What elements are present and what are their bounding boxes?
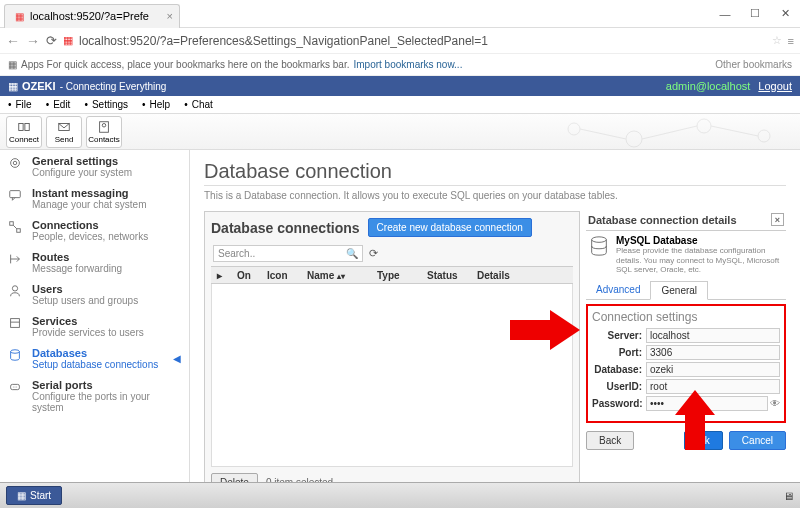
users-icon — [8, 284, 22, 298]
sidebar-item-general[interactable]: General settingsConfigure your system — [0, 152, 189, 184]
database-icon — [8, 348, 22, 362]
svg-point-8 — [758, 130, 770, 142]
start-button[interactable]: ▦ Start — [6, 486, 62, 505]
svg-line-9 — [580, 129, 626, 139]
server-label: Server: — [592, 330, 646, 341]
table-header: ▸ On Icon Name ▴▾ Type Status Details — [211, 266, 573, 284]
import-bookmarks-link[interactable]: Import bookmarks now... — [354, 59, 463, 70]
reload-icon[interactable]: ⟳ — [46, 33, 57, 48]
serial-icon — [8, 380, 22, 394]
userid-label: UserID: — [592, 381, 646, 392]
site-icon: ▦ — [63, 34, 73, 47]
svg-point-21 — [11, 350, 20, 354]
eye-icon[interactable]: 👁 — [770, 398, 780, 409]
create-connection-button[interactable]: Create new database connection — [368, 218, 532, 237]
back-button[interactable]: Back — [586, 431, 634, 450]
brand-icon: ▦ — [8, 80, 18, 93]
menu-file[interactable]: •File — [4, 99, 40, 110]
send-button[interactable]: Send — [46, 116, 82, 148]
refresh-icon[interactable]: ⟳ — [369, 247, 378, 260]
current-user[interactable]: admin@localhost — [666, 80, 751, 92]
other-bookmarks[interactable]: Other bookmarks — [715, 59, 792, 70]
svg-line-11 — [711, 126, 758, 136]
back-icon[interactable]: ← — [6, 33, 20, 49]
svg-point-6 — [626, 131, 642, 147]
close-tab-icon[interactable]: × — [167, 10, 173, 22]
search-input[interactable]: Search.. 🔍 — [213, 245, 363, 262]
menu-edit[interactable]: •Edit — [42, 99, 79, 110]
gear-icon — [8, 156, 22, 170]
connect-button[interactable]: Connect — [6, 116, 42, 148]
details-panel: Database connection details × MySQL Data… — [586, 211, 786, 499]
svg-rect-19 — [11, 319, 20, 328]
database-input[interactable]: ozeki — [646, 362, 780, 377]
url-field[interactable]: localhost:9520/?a=Preferences&Settings_N… — [79, 34, 766, 48]
menu-chat[interactable]: •Chat — [180, 99, 221, 110]
start-icon: ▦ — [17, 490, 26, 501]
search-icon: 🔍 — [346, 248, 358, 259]
svg-point-23 — [13, 387, 14, 388]
maximize-button[interactable]: ☐ — [740, 4, 770, 24]
tab-advanced[interactable]: Advanced — [586, 281, 650, 299]
panel-title: Database connections — [211, 220, 360, 236]
sidebar-item-serial[interactable]: Serial portsConfigure the ports in your … — [0, 376, 189, 419]
menu-bar: •File •Edit •Settings •Help •Chat — [0, 96, 800, 114]
contacts-icon — [97, 120, 111, 134]
forward-icon[interactable]: → — [26, 33, 40, 49]
port-input[interactable]: 3306 — [646, 345, 780, 360]
database-label: Database: — [592, 364, 646, 375]
annotation-arrow — [675, 390, 715, 450]
menu-settings[interactable]: •Settings — [80, 99, 136, 110]
svg-line-10 — [642, 126, 697, 139]
svg-point-13 — [13, 161, 17, 165]
sidebar-item-connections[interactable]: ConnectionsPeople, devices, networks — [0, 216, 189, 248]
connections-panel: Database connections Create new database… — [204, 211, 580, 499]
svg-point-25 — [16, 387, 17, 388]
sidebar-item-databases[interactable]: DatabasesSetup database connections ◀ — [0, 344, 189, 376]
svg-rect-16 — [17, 229, 21, 233]
chevron-left-icon: ◀ — [173, 353, 181, 364]
bookmark-star-icon[interactable]: ☆ — [772, 34, 782, 47]
svg-point-12 — [11, 159, 20, 168]
svg-marker-28 — [675, 390, 715, 450]
apps-icon[interactable]: ▦ — [8, 59, 17, 70]
page-title: Database connection — [204, 160, 786, 186]
svg-rect-0 — [19, 123, 23, 130]
svg-point-18 — [12, 286, 17, 291]
close-window-button[interactable]: ✕ — [770, 4, 800, 24]
close-panel-icon[interactable]: × — [771, 213, 784, 226]
sidebar-item-users[interactable]: UsersSetup users and groups — [0, 280, 189, 312]
cancel-button[interactable]: Cancel — [729, 431, 786, 450]
svg-rect-15 — [10, 222, 14, 226]
routes-icon — [8, 252, 22, 266]
page-desc: This is a Database connection. It allows… — [204, 190, 786, 201]
menu-help[interactable]: •Help — [138, 99, 178, 110]
details-title: Database connection details — [588, 214, 737, 226]
decorative-network-graphic — [534, 114, 794, 150]
browser-tab[interactable]: ▦ localhost:9520/?a=Prefe × — [4, 4, 180, 28]
bookmark-hint: Apps For quick access, place your bookma… — [21, 59, 350, 70]
sidebar-item-services[interactable]: ServicesProvide services to users — [0, 312, 189, 344]
fieldset-label: Connection settings — [592, 310, 780, 324]
brand-name: OZEKI — [22, 80, 56, 92]
annotation-arrow — [510, 310, 580, 350]
sidebar: General settingsConfigure your system In… — [0, 150, 190, 508]
contacts-button[interactable]: Contacts — [86, 116, 122, 148]
svg-point-24 — [15, 387, 16, 388]
logout-link[interactable]: Logout — [758, 80, 792, 92]
menu-icon[interactable]: ≡ — [788, 35, 794, 47]
password-label: Password: — [592, 398, 646, 409]
sidebar-item-routes[interactable]: RoutesMessage forwarding — [0, 248, 189, 280]
monitor-icon[interactable]: 🖥 — [783, 490, 794, 502]
server-input[interactable]: localhost — [646, 328, 780, 343]
tab-general[interactable]: General — [650, 281, 708, 300]
svg-point-4 — [102, 123, 106, 127]
svg-rect-14 — [10, 191, 21, 198]
network-icon — [8, 220, 22, 234]
sidebar-item-messaging[interactable]: Instant messagingManage your chat system — [0, 184, 189, 216]
db-type-title: MySQL Database — [616, 235, 784, 246]
svg-point-7 — [697, 119, 711, 133]
database-icon — [588, 235, 610, 257]
connect-icon — [17, 120, 31, 134]
minimize-button[interactable]: ― — [710, 4, 740, 24]
